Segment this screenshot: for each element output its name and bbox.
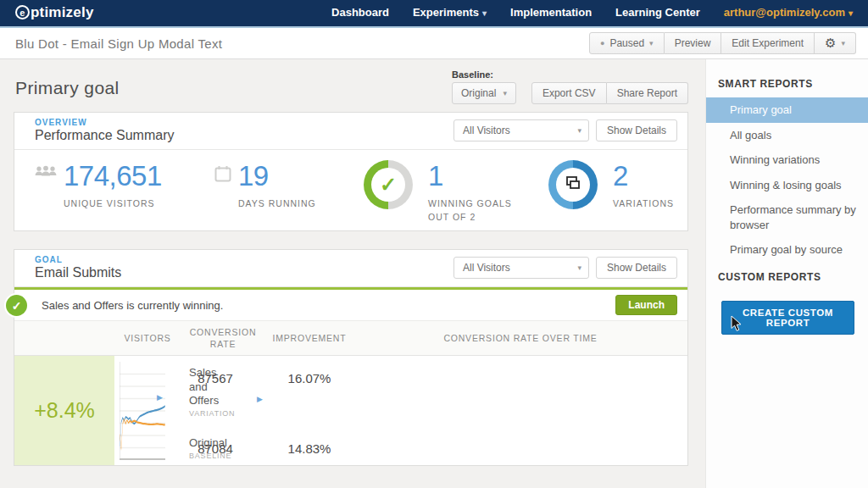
account-menu[interactable]: arthur@optimizely.com▾ [724, 6, 853, 19]
winning-goals-label: WINNING GOALS OUT OF 2 [428, 197, 512, 225]
sidebar-item-primary-goal[interactable]: Primary goal [706, 97, 868, 123]
stat-days-running: 19 DAYS RUNNING [214, 162, 364, 211]
chart-header: CONVERSION RATE OVER TIME [353, 321, 687, 355]
people-icon [35, 165, 57, 211]
check-icon: ✓ [380, 173, 397, 197]
page-title: Primary goal [15, 78, 120, 98]
nav-implementation[interactable]: Implementation [510, 6, 592, 19]
caret-down-icon: ▾ [482, 8, 487, 18]
experiment-title: Blu Dot - Email Sign Up Modal Text [15, 36, 222, 51]
gear-icon: ⚙ [825, 38, 836, 48]
results-table-body: Sales and Offers VARIATION 87567 16.07% … [14, 356, 687, 465]
goal-kicker: GOAL [35, 255, 121, 264]
variations-donut [548, 160, 598, 209]
variation-visitors: 87567 [181, 356, 250, 423]
overview-segment-dropdown[interactable]: All Visitors ▾ [453, 119, 589, 141]
share-report-button[interactable]: Share Report [607, 82, 688, 104]
layers-icon [565, 175, 581, 195]
goal-title: Email Submits [35, 265, 121, 280]
create-custom-report-button[interactable]: CREATE CUSTOM REPORT [721, 301, 854, 335]
baseline-conversion-rate: 14.83% [265, 423, 353, 465]
report-controls: Baseline: Original ▾ Export CSV Share Re… [452, 69, 688, 104]
export-csv-button[interactable]: Export CSV [531, 82, 607, 104]
calendar-icon [214, 165, 231, 211]
caret-down-icon: ▾ [649, 39, 654, 47]
improvement-cell: +8.4% [14, 356, 114, 465]
experiment-header: Blu Dot - Email Sign Up Modal Text ● Pau… [0, 28, 868, 59]
baseline-label: Baseline: [452, 69, 516, 80]
stats-row: 174,651 UNIQUE VISITORS 19 DAYS RUNNING [14, 150, 687, 230]
performance-summary-title: Performance Summary [35, 128, 175, 143]
overview-show-details-button[interactable]: Show Details [596, 119, 677, 141]
winning-goals-donut: ✓ [364, 160, 413, 209]
stat-variations: 2 VARIATIONS [548, 162, 674, 211]
reports-sidebar: SMART REPORTS Primary goal All goals Win… [705, 59, 868, 488]
sidebar-item-all-goals[interactable]: All goals [706, 123, 868, 148]
sidebar-item-winning-variations[interactable]: Winning variations [706, 147, 868, 173]
days-running-value: 19 [238, 162, 316, 190]
paused-status-button[interactable]: ● Paused ▾ [589, 32, 665, 54]
optimizely-logo-icon: e [15, 5, 30, 19]
sidebar-item-primary-goal-by-source[interactable]: Primary goal by source [706, 237, 868, 263]
logo-text: ptimizely [31, 4, 94, 21]
caret-down-icon: ▾ [577, 263, 581, 272]
stat-winning-goals: ✓ 1 WINNING GOALS OUT OF 2 [364, 162, 548, 225]
winning-goals-value: 1 [428, 162, 512, 190]
caret-down-icon: ▾ [577, 126, 581, 135]
sidebar-item-performance-by-browser[interactable]: Performance summary by browser [706, 197, 868, 237]
goal-segment-dropdown[interactable]: All Visitors ▾ [453, 257, 589, 279]
winning-banner: ✓ Sales and Offers is currently winning.… [14, 290, 687, 321]
conversion-rate-header: CONVERSION RATE [181, 321, 265, 355]
overview-kicker: OVERVIEW [35, 118, 175, 127]
winning-check-icon: ✓ [6, 295, 27, 316]
main-content: Primary goal Baseline: Original ▾ Export… [0, 59, 705, 488]
custom-reports-header: CUSTOM REPORTS [706, 271, 868, 291]
variations-value: 2 [613, 162, 674, 190]
improvement-value: +8.4% [34, 398, 95, 423]
unique-visitors-label: UNIQUE VISITORS [64, 197, 162, 211]
experiment-actions: ● Paused ▾ Preview Edit Experiment ⚙ ▾ [589, 32, 856, 54]
sidebar-item-winning-losing-goals[interactable]: Winning & losing goals [706, 173, 868, 198]
visitors-header: VISITORS [114, 321, 181, 355]
unique-visitors-value: 174,651 [64, 162, 162, 190]
launch-button[interactable]: Launch [615, 295, 677, 315]
baseline-visitors: 87084 [181, 423, 250, 465]
smart-reports-header: SMART REPORTS [706, 78, 868, 97]
caret-down-icon: ▾ [841, 39, 845, 47]
caret-down-icon: ▾ [503, 89, 507, 97]
settings-button[interactable]: ⚙ ▾ [815, 32, 856, 54]
conversion-expand-icon[interactable]: ▶ [257, 395, 263, 403]
variations-label: VARIATIONS [613, 197, 674, 211]
baseline-select[interactable]: Original ▾ [452, 82, 516, 104]
top-navbar: eptimizely Dashboard Experiments▾ Implem… [0, 0, 868, 28]
visitors-expand-icon[interactable]: ▶ [157, 393, 163, 402]
results-table: VISITORS CONVERSION RATE IMPROVEMENT CON… [14, 321, 687, 465]
improvement-header: IMPROVEMENT [265, 321, 353, 355]
results-table-header: VISITORS CONVERSION RATE IMPROVEMENT CON… [14, 321, 687, 356]
navbar-menu: Dashboard Experiments▾ Implementation Le… [331, 6, 853, 19]
goal-show-details-button[interactable]: Show Details [596, 257, 677, 279]
nav-dashboard[interactable]: Dashboard [331, 6, 389, 19]
performance-summary-card: OVERVIEW Performance Summary All Visitor… [14, 112, 688, 231]
days-running-label: DAYS RUNNING [238, 197, 316, 211]
edit-experiment-button[interactable]: Edit Experiment [721, 32, 815, 54]
preview-button[interactable]: Preview [665, 32, 722, 54]
conversion-chart [120, 362, 165, 460]
nav-experiments[interactable]: Experiments▾ [413, 6, 487, 19]
goal-card: GOAL Email Submits All Visitors ▾ Show D… [14, 249, 688, 466]
stat-unique-visitors: 174,651 UNIQUE VISITORS [35, 162, 214, 211]
optimizely-logo[interactable]: eptimizely [15, 4, 94, 21]
paused-dot-icon: ● [600, 39, 604, 47]
variation-conversion-rate: 16.07% [265, 356, 353, 423]
caret-down-icon: ▾ [849, 8, 853, 18]
conversion-chart-cell [114, 356, 169, 465]
nav-learning-center[interactable]: Learning Center [615, 6, 700, 19]
winning-message: Sales and Offers is currently winning. [42, 299, 223, 312]
